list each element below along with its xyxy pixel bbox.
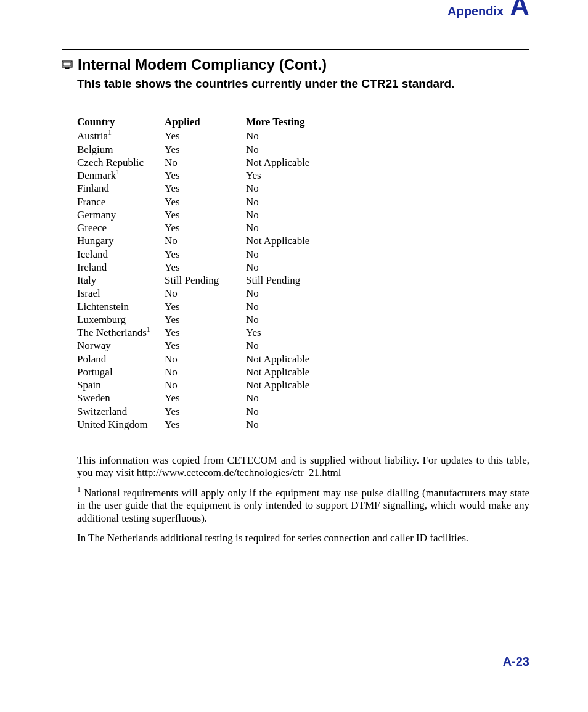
- table-row: LuxemburgYesNo: [77, 313, 529, 326]
- cell-more-testing: No: [246, 261, 369, 274]
- cell-more-testing: No: [246, 129, 369, 142]
- cell-applied: Yes: [165, 129, 246, 142]
- cell-more-testing: No: [246, 391, 369, 404]
- cell-applied: Yes: [165, 418, 246, 431]
- cell-applied: Yes: [165, 208, 246, 221]
- cell-more-testing: Still Pending: [246, 274, 369, 287]
- cell-more-testing: Not Applicable: [246, 379, 369, 391]
- page-subtitle: This table shows the countries currently…: [77, 77, 529, 91]
- netherlands-paragraph: In The Netherlands additional testing is…: [77, 532, 529, 544]
- table-row: Austria1YesNo: [77, 129, 529, 142]
- cell-applied: Yes: [165, 326, 246, 339]
- col-header-country: Country: [77, 115, 165, 128]
- monitor-icon: [62, 60, 73, 70]
- cell-country: Greece: [77, 221, 165, 234]
- cell-applied: Yes: [165, 248, 246, 261]
- cell-more-testing: No: [246, 300, 369, 313]
- col-header-more-testing: More Testing: [246, 115, 369, 128]
- cell-applied: No: [165, 156, 246, 169]
- table-row: SwitzerlandYesNo: [77, 405, 529, 418]
- cell-more-testing: No: [246, 221, 369, 234]
- table-row: ItalyStill PendingStill Pending: [77, 274, 529, 287]
- cell-applied: Yes: [165, 391, 246, 404]
- cell-applied: No: [165, 287, 246, 300]
- cell-more-testing: Not Applicable: [246, 234, 369, 247]
- cell-country: Lichtenstein: [77, 300, 165, 313]
- cell-applied: Yes: [165, 300, 246, 313]
- cell-applied: Yes: [165, 261, 246, 274]
- header-rule: [62, 49, 529, 50]
- svg-rect-0: [62, 61, 72, 67]
- appendix-header: Appendix A: [62, 0, 529, 20]
- cell-more-testing: Not Applicable: [246, 366, 369, 379]
- table-row: PortugalNoNot Applicable: [77, 366, 529, 379]
- cell-country: Finland: [77, 182, 165, 195]
- svg-rect-2: [65, 67, 69, 69]
- cell-more-testing: No: [246, 287, 369, 300]
- cell-more-testing: No: [246, 143, 369, 156]
- cell-applied: Still Pending: [165, 274, 246, 287]
- cell-country: Austria1: [77, 129, 165, 142]
- col-header-applied: Applied: [165, 115, 246, 128]
- cell-applied: Yes: [165, 313, 246, 326]
- cell-country: Poland: [77, 353, 165, 366]
- cell-country: Denmark1: [77, 169, 165, 182]
- table-row: GermanyYesNo: [77, 208, 529, 221]
- cell-applied: No: [165, 353, 246, 366]
- table-row: FinlandYesNo: [77, 182, 529, 195]
- cell-country: Iceland: [77, 248, 165, 261]
- cell-more-testing: No: [246, 248, 369, 261]
- cell-country: Sweden: [77, 391, 165, 404]
- cell-applied: Yes: [165, 195, 246, 208]
- cell-applied: Yes: [165, 169, 246, 182]
- cell-applied: No: [165, 234, 246, 247]
- cell-country: Spain: [77, 379, 165, 391]
- table-row: Denmark1YesYes: [77, 169, 529, 182]
- cell-more-testing: No: [246, 313, 369, 326]
- cell-applied: Yes: [165, 221, 246, 234]
- cell-country: Luxemburg: [77, 313, 165, 326]
- cell-country: France: [77, 195, 165, 208]
- page-title: Internal Modem Compliancy (Cont.): [78, 56, 327, 73]
- table-row: IcelandYesNo: [77, 248, 529, 261]
- cell-country: Israel: [77, 287, 165, 300]
- page-number: A-23: [503, 655, 529, 669]
- cell-applied: Yes: [165, 143, 246, 156]
- source-paragraph: This information was copied from CETECOM…: [77, 454, 529, 480]
- table-row: FranceYesNo: [77, 195, 529, 208]
- cell-more-testing: No: [246, 339, 369, 352]
- cell-more-testing: No: [246, 418, 369, 431]
- footnote-paragraph: 1 National requirements will apply only …: [77, 487, 529, 525]
- cell-more-testing: Yes: [246, 169, 369, 182]
- table-row: IrelandYesNo: [77, 261, 529, 274]
- cell-country: The Netherlands1: [77, 326, 165, 339]
- table-row: GreeceYesNo: [77, 221, 529, 234]
- cell-more-testing: No: [246, 195, 369, 208]
- cell-more-testing: No: [246, 208, 369, 221]
- cell-more-testing: Yes: [246, 326, 369, 339]
- cell-country: Czech Republic: [77, 156, 165, 169]
- table-row: SwedenYesNo: [77, 391, 529, 404]
- country-footnote-marker: 1: [147, 325, 150, 333]
- table-row: PolandNoNot Applicable: [77, 353, 529, 366]
- cell-more-testing: No: [246, 182, 369, 195]
- country-footnote-marker: 1: [108, 129, 112, 137]
- cell-country: Norway: [77, 339, 165, 352]
- cell-country: Portugal: [77, 366, 165, 379]
- footnote-text: National requirements will apply only if…: [77, 487, 529, 524]
- appendix-label: Appendix: [447, 5, 504, 17]
- svg-rect-1: [63, 62, 71, 66]
- table-row: United KingdomYesNo: [77, 418, 529, 431]
- cell-country: Hungary: [77, 234, 165, 247]
- country-footnote-marker: 1: [116, 168, 120, 176]
- cell-more-testing: Not Applicable: [246, 156, 369, 169]
- cell-more-testing: No: [246, 405, 369, 418]
- table-row: BelgiumYesNo: [77, 143, 529, 156]
- table-row: HungaryNoNot Applicable: [77, 234, 529, 247]
- cell-applied: Yes: [165, 405, 246, 418]
- cell-country: Belgium: [77, 143, 165, 156]
- table-row: IsraelNoNo: [77, 287, 529, 300]
- appendix-letter: A: [510, 0, 529, 20]
- table-row: The Netherlands1YesYes: [77, 326, 529, 339]
- cell-country: Italy: [77, 274, 165, 287]
